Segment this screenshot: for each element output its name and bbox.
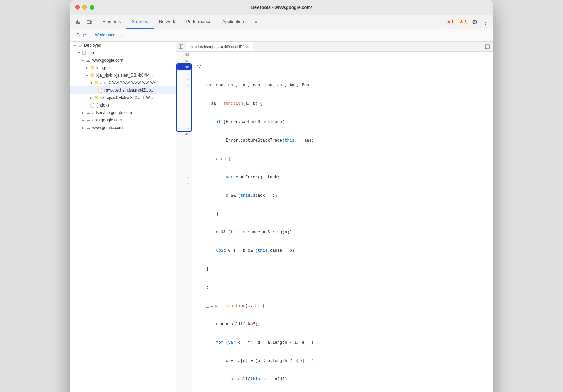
tab-performance[interactable]: Performance bbox=[181, 15, 217, 29]
tree-arrow-xjs: ▼ bbox=[85, 74, 90, 77]
file-icon-index bbox=[90, 102, 95, 108]
devtools-body: Elements Sources Network Performance App… bbox=[70, 15, 493, 392]
tree-arrow-images: ► bbox=[85, 66, 90, 70]
tree-label-mcdos: m=cdos,hsm,jsa,mb4ZUb... bbox=[104, 88, 154, 93]
code-line-d3: else { bbox=[196, 156, 488, 162]
folder-icon-xjs: 📁 bbox=[90, 72, 95, 78]
tree-item-www-google[interactable]: ▼ ☁ www.google.com bbox=[70, 56, 176, 64]
sidebar-toggle-button[interactable] bbox=[176, 42, 186, 52]
line-num-dash-10: – bbox=[179, 125, 189, 131]
editor-tabs-bar: m=cdos,hsm,jsa,...c,dtl0hd,eHDfl ✕ bbox=[176, 42, 493, 52]
cloud-icon-google: ☁ bbox=[85, 58, 91, 63]
line-num-dash-13: – bbox=[179, 150, 189, 156]
tree-item-mcdos[interactable]: ► m=cdos,hsm,jsa,mb4ZUb... bbox=[70, 86, 176, 94]
sources-kebab-button[interactable]: ⋮ bbox=[480, 31, 490, 39]
warning-badge[interactable]: ⚠ 5 bbox=[457, 19, 469, 25]
line-num-dash-3: – bbox=[179, 82, 189, 88]
panel-toggle-button[interactable] bbox=[482, 42, 493, 52]
main-toolbar: Elements Sources Network Performance App… bbox=[70, 15, 493, 29]
code-line-d4: var c = Error().stack; bbox=[196, 174, 488, 180]
tree-arrow-ck: ► bbox=[90, 96, 94, 100]
sources-tab-workspace[interactable]: Workspace bbox=[92, 31, 119, 39]
minimize-button[interactable] bbox=[82, 5, 87, 10]
tree-item-gstatic[interactable]: ► ☁ www.gstatic.com bbox=[70, 124, 176, 131]
code-line-d8: void 0 !== b && (this.cause = b) bbox=[196, 248, 488, 254]
traffic-lights bbox=[75, 5, 94, 10]
code-line-d1: if (Error.captureStackTrace) bbox=[196, 119, 488, 125]
code-line-d13: c += a[e] + (e < b.length ? b[e] : ' bbox=[196, 358, 488, 364]
tree-item-images[interactable]: ► 📁 images bbox=[70, 64, 176, 71]
svg-rect-0 bbox=[76, 20, 78, 22]
editor-tab-mcdos[interactable]: m=cdos,hsm,jsa,...c,dtl0hd,eHDfl ✕ bbox=[186, 42, 253, 51]
inspect-button[interactable] bbox=[73, 17, 83, 27]
close-button[interactable] bbox=[75, 5, 80, 10]
code-content: */ var eaa, naa, jaa, oaa, paa, qaa, Aaa… bbox=[192, 52, 493, 392]
line-num-dash-20: – bbox=[179, 193, 189, 199]
tab-sources[interactable]: Sources bbox=[126, 15, 154, 29]
code-area[interactable]: 42 43 45 – – – – – – – – – bbox=[176, 52, 493, 392]
toolbar-right: ✕ 1 ⚠ 5 ⚙ ⋮ bbox=[445, 17, 490, 27]
tree-arrow-gstatic: ► bbox=[81, 126, 85, 130]
tree-label-am: am=CAAAAAAAAAAAAAAAA... bbox=[100, 80, 158, 85]
code-line-46: _.aaa = function(a, b) { bbox=[196, 303, 488, 309]
titlebar: DevTools - www.google.com/ bbox=[70, 0, 493, 15]
tree-item-ck-folder[interactable]: ► 📁 ck=xjs.s.0Mx5ys3sCUI.L.W... bbox=[70, 94, 176, 101]
line-num-42: 42 bbox=[179, 52, 189, 58]
warning-icon: ⚠ bbox=[460, 20, 463, 24]
sources-tabs-more[interactable]: » bbox=[121, 33, 123, 38]
svg-rect-7 bbox=[91, 21, 92, 24]
svg-rect-8 bbox=[82, 51, 86, 54]
tree-item-am-folder[interactable]: ▼ 📁 am=CAAAAAAAAAAAAAAAA... bbox=[70, 79, 176, 86]
line-numbers: 42 43 45 – – – – – – – – – bbox=[176, 52, 192, 392]
tree-arrow-deployed: ▼ bbox=[73, 44, 77, 47]
error-badge[interactable]: ✕ 1 bbox=[445, 19, 456, 25]
cube-icon: ⬡ bbox=[77, 43, 83, 48]
device-toggle-button[interactable] bbox=[85, 17, 94, 27]
cloud-icon-apis: ☁ bbox=[85, 117, 91, 123]
tab-elements[interactable]: Elements bbox=[97, 15, 126, 29]
main-nav-tabs: Elements Sources Network Performance App… bbox=[97, 15, 445, 29]
tree-label-gstatic: www.gstatic.com bbox=[92, 125, 123, 130]
tree-label-images: images bbox=[96, 65, 110, 70]
tree-label-index: (index) bbox=[96, 103, 109, 108]
line-num-dash-9: – bbox=[179, 119, 189, 125]
close-tab-button[interactable]: ✕ bbox=[246, 44, 249, 49]
sources-sub-toolbar: Page Workspace » ⋮ bbox=[70, 29, 493, 42]
folder-icon-images: 📁 bbox=[90, 65, 95, 70]
settings-button[interactable]: ⚙ bbox=[471, 17, 479, 27]
line-num-dash-15: – bbox=[179, 162, 189, 168]
svg-rect-12 bbox=[485, 45, 489, 49]
line-num-dash-4: – bbox=[179, 88, 189, 95]
cloud-icon-adservice: ☁ bbox=[85, 110, 91, 115]
code-line-d11: a = a.split("%s"); bbox=[196, 321, 488, 327]
line-num-dash-19: – bbox=[179, 186, 189, 193]
tree-label-www-google: www.google.com bbox=[92, 58, 123, 63]
tree-item-apis[interactable]: ► ☁ apis.google.com bbox=[70, 116, 176, 124]
code-line-d14: _.aa.call(this, c + a[d]) bbox=[196, 376, 488, 382]
svg-rect-10 bbox=[179, 45, 183, 49]
tab-more[interactable]: » bbox=[250, 15, 263, 29]
line-num-dash-14: – bbox=[179, 156, 189, 162]
line-num-dash-1: – bbox=[179, 70, 189, 76]
fullscreen-button[interactable] bbox=[90, 5, 94, 10]
line-num-dash-18: – bbox=[179, 180, 189, 186]
tree-label-top: top bbox=[88, 50, 94, 55]
tree-item-top[interactable]: ▼ top bbox=[70, 49, 176, 56]
tab-network[interactable]: Network bbox=[154, 15, 181, 29]
tab-application[interactable]: Application bbox=[217, 15, 250, 29]
line-num-46: 46 bbox=[179, 131, 189, 137]
more-options-button[interactable]: ⋮ bbox=[481, 17, 490, 27]
code-line-d12: for (var c = "", d = a.length - 1, e = ( bbox=[196, 340, 488, 346]
tree-item-xjs[interactable]: ▼ 📁 xjs/_/js/k=xjs.s.en_GB.-b6YM... bbox=[70, 71, 176, 79]
tree-item-adservice[interactable]: ► ☁ adservice.google.com bbox=[70, 109, 176, 116]
tree-item-deployed[interactable]: ▼ ⬡ Deployed bbox=[70, 42, 176, 49]
code-line-d7: a && (this.message = String(a)); bbox=[196, 229, 488, 235]
tree-label-apis: apis.google.com bbox=[92, 118, 122, 122]
code-line-43: var eaa, naa, jaa, oaa, paa, qaa, Aaa, B… bbox=[196, 82, 488, 88]
file-icon-mcdos bbox=[98, 87, 103, 93]
sources-tab-page[interactable]: Page bbox=[73, 31, 90, 39]
tree-arrow-adservice: ► bbox=[81, 111, 85, 115]
line-num-dash-17: – bbox=[179, 174, 189, 180]
error-icon: ✕ bbox=[447, 20, 450, 24]
tree-item-index[interactable]: ► (index) bbox=[70, 101, 176, 109]
